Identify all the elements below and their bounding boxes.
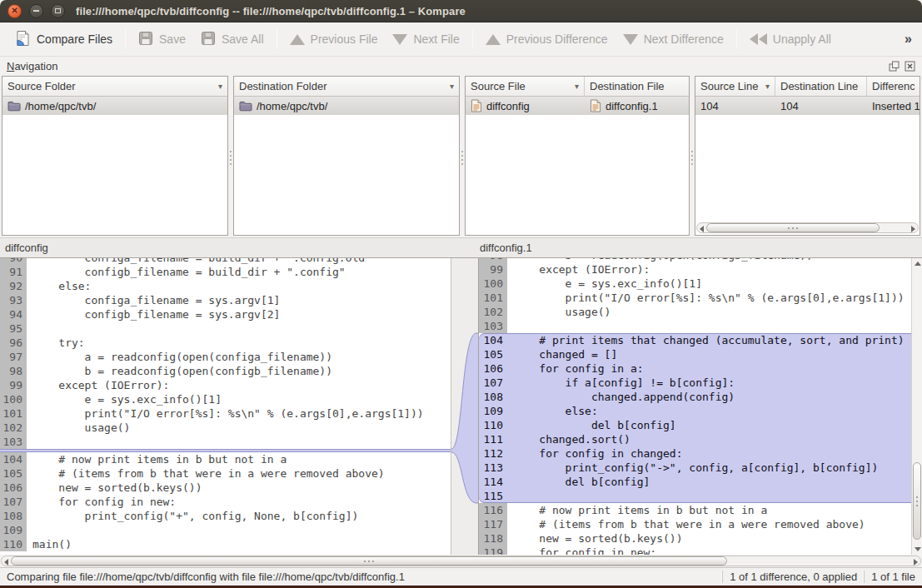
next-file-button[interactable]: Next File — [385, 28, 466, 50]
code-line: 105 # (items from b that were in a were … — [0, 466, 451, 481]
destination-file-header[interactable]: Destination File — [585, 77, 689, 96]
line-number: 98 — [0, 364, 27, 378]
toolbar-separator — [736, 29, 737, 49]
line-text: except (IOError): — [507, 262, 911, 277]
source-file-header[interactable]: Source File ▾ — [466, 77, 585, 96]
arrow-down-icon — [623, 34, 638, 45]
destination-folder-header[interactable]: Destination Folder ▾ — [234, 77, 459, 97]
line-text: changed = [] — [507, 347, 911, 361]
line-text: except (IOError): — [27, 378, 451, 392]
diff-highlighted-line[interactable]: 114 del b[config] — [479, 475, 911, 489]
code-line: 103 — [479, 319, 911, 333]
save-all-button[interactable]: Save All — [193, 27, 272, 52]
diff-highlighted-line[interactable]: 111 changed.sort() — [479, 432, 911, 446]
line-number: 110 — [479, 418, 507, 432]
line-number: 94 — [0, 307, 27, 321]
window-close-button[interactable]: ✕ — [7, 4, 22, 18]
titlebar: ✕ file:///home/qpc/tvb/diffconfig -- fil… — [0, 0, 922, 22]
line-number: 113 — [479, 461, 507, 475]
source-line-header[interactable]: Source Line ▾ — [695, 77, 775, 96]
line-text: configb_filename = sys.argv[2] — [27, 307, 451, 321]
diff-highlighted-line[interactable]: 105 changed = [] — [479, 347, 911, 361]
line-number: 107 — [0, 495, 27, 509]
scrollbar-thumb[interactable] — [706, 223, 880, 232]
diff-highlighted-line[interactable]: 110 del b[config] — [479, 418, 911, 432]
window-minimize-button[interactable] — [29, 4, 43, 18]
scroll-up-icon[interactable] — [915, 262, 921, 266]
window-maximize-button[interactable] — [51, 4, 65, 18]
line-text: configa_filename = build_dir + ".config.… — [27, 258, 451, 265]
unapply-all-button[interactable]: Unapply All — [742, 28, 839, 50]
line-number: 102 — [479, 305, 507, 319]
navigation-dock-titlebar: Navigation — [0, 57, 922, 76]
line-text — [27, 321, 451, 336]
save-button[interactable]: Save — [131, 27, 193, 52]
source-diff-pane[interactable]: 90 configa_filename = build_dir + ".conf… — [0, 258, 451, 555]
horizontal-scrollbar[interactable] — [0, 555, 922, 567]
diff-highlighted-line[interactable]: 112 for config in changed: — [479, 446, 911, 461]
diff-pane-headers: diffconfig diffconfig.1 — [0, 237, 922, 258]
line-text: # now print items in b but not in a — [507, 503, 911, 517]
panel-horizontal-scrollbar[interactable] — [696, 222, 919, 233]
code-line: 100 e = sys.exc_info()[1] — [479, 277, 911, 291]
scroll-right-icon[interactable] — [914, 559, 918, 566]
code-line: 96 try: — [0, 336, 451, 350]
scroll-right-icon[interactable] — [911, 226, 915, 232]
file-row[interactable]: diffconfig diffconfig.1 — [466, 97, 689, 115]
difference-row[interactable]: 104 104 Inserted 12 lines — [695, 97, 920, 115]
destination-diff-pane[interactable]: 98 b = readconfig(open(configb_filename)… — [478, 258, 911, 555]
diff-highlighted-line[interactable]: 109 else: — [479, 404, 911, 418]
scroll-down-icon[interactable] — [915, 547, 921, 551]
next-difference-button[interactable]: Next Difference — [615, 28, 731, 50]
arrow-up-icon — [486, 34, 501, 45]
scrollbar-thumb[interactable] — [11, 556, 727, 566]
save-all-icon — [201, 31, 216, 48]
destination-folder-row[interactable]: /home/qpc/tvb/ — [234, 97, 459, 115]
toolbar-overflow-button[interactable]: » — [901, 32, 915, 47]
line-text: print_config("+", config, None, b[config… — [27, 509, 451, 523]
line-text: e = sys.exc_info()[1] — [507, 277, 911, 291]
code-line: 94 configb_filename = sys.argv[2] — [0, 307, 451, 321]
close-icon: ✕ — [11, 7, 17, 15]
scrollbar-thumb[interactable] — [913, 462, 921, 540]
diff-highlighted-line[interactable]: 108 changed.append(config) — [479, 390, 911, 404]
previous-file-button[interactable]: Previous File — [282, 28, 386, 50]
line-text: e = sys.exc_info()[1] — [27, 392, 451, 406]
line-text — [507, 489, 911, 503]
line-text — [507, 319, 911, 333]
compare-files-label: Compare Files — [37, 32, 112, 46]
code-line: 97 a = readconfig(open(configa_filename)… — [0, 350, 451, 364]
line-number: 106 — [0, 481, 27, 495]
minimize-icon — [33, 10, 39, 12]
dock-float-button[interactable] — [888, 61, 900, 72]
code-line: 99 except (IOError): — [479, 262, 911, 277]
difference-header[interactable]: Difference — [867, 77, 920, 96]
line-number: 93 — [0, 293, 27, 307]
scroll-left-icon[interactable] — [4, 559, 8, 566]
diff-highlighted-line[interactable]: 107 if a[config] != b[config]: — [479, 376, 911, 390]
diff-highlighted-line[interactable]: 113 print_config("->", config, a[config]… — [479, 461, 911, 475]
destination-line-header[interactable]: Destination Line — [775, 77, 867, 96]
source-folder-row[interactable]: /home/qpc/tvb/ — [2, 97, 227, 115]
diff-highlighted-line[interactable]: 106 for config in a: — [479, 361, 911, 376]
line-text: changed.append(config) — [507, 390, 911, 404]
diff-highlighted-line[interactable]: 104 # print items that changed (accumula… — [479, 333, 911, 347]
source-folder-header[interactable]: Source Folder ▾ — [2, 77, 227, 97]
code-line: 101 print("I/O error[%s]: %s\n" % (e.arg… — [0, 406, 451, 421]
line-number: 108 — [479, 390, 507, 404]
statusbar: Comparing file file:///home/qpc/tvb/diff… — [0, 567, 922, 586]
previous-difference-button[interactable]: Previous Difference — [478, 28, 615, 50]
line-number: 117 — [479, 517, 507, 531]
dock-close-button[interactable] — [904, 61, 915, 72]
scroll-left-icon[interactable] — [700, 226, 704, 232]
line-text — [27, 435, 451, 449]
vertical-scrollbar[interactable] — [911, 258, 922, 555]
line-text: for config in new: — [27, 495, 451, 509]
compare-files-button[interactable]: Compare Files — [7, 26, 120, 53]
navigation-dock: Navigation Source Folder ▾ — [0, 57, 922, 237]
line-number: 107 — [479, 376, 507, 390]
line-text: else: — [27, 279, 451, 293]
line-number: 90 — [0, 258, 27, 265]
code-line: 118 new = sorted(b.keys()) — [479, 531, 911, 546]
diff-highlighted-line[interactable]: 115 — [479, 489, 911, 503]
